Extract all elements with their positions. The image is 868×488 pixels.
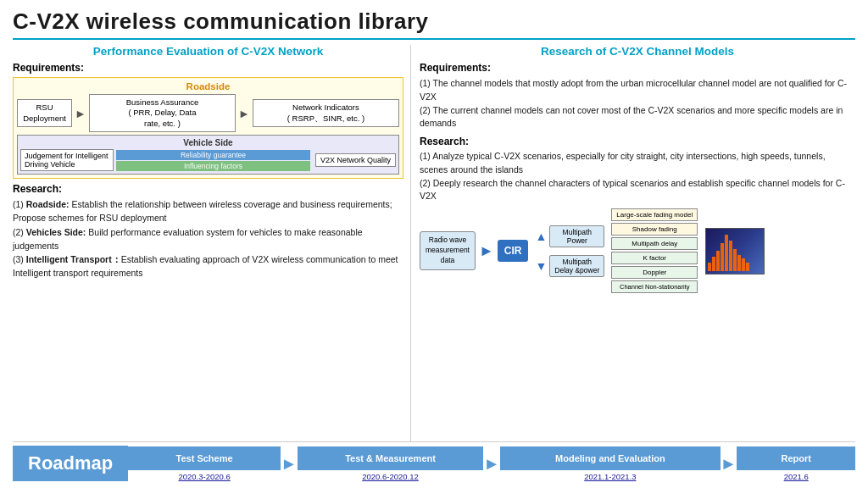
step-1-btn[interactable]: Test Scheme — [128, 446, 281, 470]
bar-5 — [725, 235, 728, 270]
arrow-to-cir: ► — [479, 242, 494, 260]
right-section-header: Research of C-V2X Channel Models — [420, 45, 855, 58]
left-requirements-label: Requirements: — [13, 62, 403, 74]
roadmap-label: Roadmap — [13, 446, 128, 481]
step-3-btn[interactable]: Modeling and Evaluation — [500, 446, 720, 470]
arrow-step-3: ► — [721, 454, 737, 474]
vehicle-box: Vehicle Side Judgement for IntelligentDr… — [17, 135, 399, 175]
step-4-container: Report 2021.6 — [737, 446, 855, 481]
content-area: Performance Evaluation of C-V2X Network … — [13, 45, 855, 441]
bar-6 — [729, 241, 732, 270]
bar-2 — [712, 257, 715, 270]
research-item-1: (1) Roadside: Establish the relationship… — [13, 197, 403, 225]
roadside-label: Roadside — [17, 81, 399, 92]
arrow-down: ▼ — [535, 259, 547, 273]
step-4: Report 2021.6 — [737, 446, 855, 481]
arrow-step-2: ► — [483, 454, 500, 474]
step-4-date: 2021.6 — [784, 472, 809, 481]
research-item-2: (2) Vehicles Side: Build performance eva… — [13, 225, 403, 253]
right-research-label: Research: — [420, 136, 855, 147]
left-research-text: (1) Roadside: Establish the relationship… — [13, 197, 403, 280]
rsu-box: RSUDeployment — [17, 99, 72, 127]
arrow-up: ▲ — [535, 230, 547, 243]
right-research-text: (1) Analyze typical C-V2X scenarios, esp… — [420, 150, 855, 203]
diagram-row: RSUDeployment ► Business Assurance( PRR,… — [17, 94, 399, 132]
left-section-header: Performance Evaluation of C-V2X Network — [13, 45, 403, 58]
left-research-label: Research: — [13, 183, 403, 195]
step-1: Test Scheme 2020.3-2020.6 — [128, 446, 281, 481]
step-1-date: 2020.3-2020.6 — [178, 472, 230, 481]
channel-diagram: Radio wavemeasurementdata ► CIR ▲ Multip… — [420, 208, 855, 293]
vehicle-label: Vehicle Side — [20, 138, 396, 147]
page-container: C-V2X wireless communication library Per… — [0, 0, 868, 488]
step-3: Modeling and Evaluation 2021.1-2021.3 — [500, 446, 720, 481]
req-text-2: (2) The current channel models can not c… — [420, 104, 855, 131]
step-4-btn[interactable]: Report — [737, 446, 855, 470]
arrow-2: ► — [238, 107, 250, 120]
bar-7 — [733, 249, 737, 271]
label-large-scale: Large-scale fading model — [611, 208, 698, 221]
bar-10 — [746, 263, 749, 270]
step-2-date: 2020.6-2020.12 — [362, 472, 419, 481]
right-research-1: (1) Analyze typical C-V2X scenarios, esp… — [420, 150, 855, 177]
cir-box: CIR — [498, 240, 529, 262]
right-research-2: (2) Deeply research the channel characte… — [420, 177, 855, 204]
chart-3d — [705, 228, 765, 274]
roadmap-steps: Test Scheme 2020.3-2020.6 ► Test & Measu… — [128, 446, 855, 481]
vehicle-right-stack: Reliability guarantee Influencing factor… — [116, 150, 310, 171]
v2x-quality-box: V2X Network Quality — [315, 153, 396, 167]
right-requirements-text: (1) The channel models that mostly adopt… — [420, 77, 855, 130]
label-multipath-delay: Multipath delay — [611, 237, 698, 250]
step-2-container: Test & Measurement 2020.6-2020.12 ► — [298, 446, 500, 481]
roadside-diagram: Roadside RSUDeployment ► Business Assura… — [13, 77, 403, 179]
label-non-stationarity: Channel Non-stationarity — [611, 280, 698, 293]
step-2-btn[interactable]: Test & Measurement — [298, 446, 484, 470]
bar-9 — [742, 258, 745, 270]
judgement-box: Judgement for IntelligentDriving Vehicle — [20, 149, 114, 171]
chart-bars — [706, 229, 764, 274]
page-title: C-V2X wireless communication library — [13, 8, 855, 35]
label-k-factor: K factor — [611, 252, 698, 264]
reliability-bar: Reliability guarantee — [116, 150, 310, 160]
radio-box: Radio wavemeasurementdata — [420, 231, 476, 270]
influencing-bar: Influencing factors — [116, 161, 310, 171]
arrow-step-1: ► — [281, 454, 298, 474]
multipath-delay-box: MultipathDelay &power — [549, 255, 604, 277]
right-panel: Research of C-V2X Channel Models Require… — [411, 45, 855, 441]
step-3-container: Modeling and Evaluation 2021.1-2021.3 ► — [500, 446, 737, 481]
roadmap-section: Roadmap Test Scheme 2020.3-2020.6 ► Test… — [13, 441, 855, 481]
bar-4 — [721, 243, 724, 271]
research-item-3: (3) Intelligent Transport：Establish eval… — [13, 252, 403, 280]
business-box: Business Assurance( PRR, Delay, Datarate… — [89, 94, 236, 132]
label-shadow: Shadow fading — [611, 223, 698, 236]
label-doppler: Doppler — [611, 266, 698, 279]
bar-1 — [708, 263, 711, 270]
step-2: Test & Measurement 2020.6-2020.12 — [298, 446, 484, 481]
right-requirements-label: Requirements: — [420, 62, 855, 74]
bar-8 — [737, 255, 741, 271]
bar-3 — [716, 251, 720, 271]
left-panel: Performance Evaluation of C-V2X Network … — [13, 45, 411, 441]
vehicle-row: Judgement for IntelligentDriving Vehicle… — [20, 149, 396, 171]
multipath-power-box: MultipathPower — [549, 225, 604, 247]
title-divider — [13, 38, 855, 40]
arrow-1: ► — [75, 107, 86, 120]
step-1-container: Test Scheme 2020.3-2020.6 ► — [128, 446, 297, 481]
step-3-date: 2021.1-2021.3 — [584, 472, 636, 481]
network-box: Network Indicators( RSRP、SINR, etc. ) — [253, 99, 399, 127]
req-text-1: (1) The channel models that mostly adopt… — [420, 77, 855, 104]
channel-right-labels: Large-scale fading model Shadow fading M… — [611, 208, 698, 293]
